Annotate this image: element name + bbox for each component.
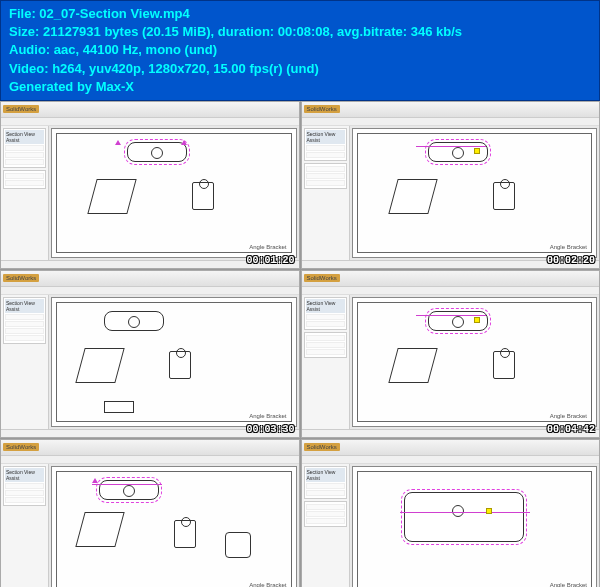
drawing-canvas: Angle Bracket [51, 297, 297, 427]
timestamp: 00:03:30 [246, 424, 294, 435]
part-section-view [225, 532, 251, 558]
panel-title: Section View Assist [5, 468, 44, 482]
panel-title: Section View Assist [306, 468, 345, 482]
titlebar: SolidWorks [302, 440, 600, 456]
menubar [1, 287, 299, 295]
app-title: SolidWorks [304, 443, 340, 451]
sheet-label: Angle Bracket [249, 413, 286, 419]
app-title: SolidWorks [3, 443, 39, 451]
part-top-view [404, 492, 524, 542]
video-label: Video: [9, 61, 49, 76]
titlebar: SolidWorks [302, 271, 600, 287]
panel-title: Section View Assist [5, 299, 44, 313]
size-value: 21127931 bytes (20.15 MiB), duration: 00… [43, 24, 462, 39]
titlebar: SolidWorks [1, 271, 299, 287]
part-top-view [104, 311, 164, 331]
app-title: SolidWorks [3, 274, 39, 282]
thumbnail-2[interactable]: SolidWorks Section View Assist Angle Bra… [301, 101, 601, 269]
section-cut-line [416, 146, 486, 147]
thumbnail-5[interactable]: SolidWorks Section View Assist Angle Bra [0, 439, 300, 587]
part-bracket-view [87, 179, 136, 214]
video-value: h264, yuv420p, 1280x720, 15.00 fps(r) (u… [52, 61, 319, 76]
timestamp: 00:04:42 [547, 424, 595, 435]
file-line: File: 02_07-Section View.mp4 [9, 5, 591, 23]
part-extra-view [104, 401, 134, 413]
part-side-view [169, 351, 191, 379]
titlebar: SolidWorks [302, 102, 600, 118]
titlebar: SolidWorks [1, 440, 299, 456]
size-label: Size: [9, 24, 39, 39]
thumbnail-4[interactable]: SolidWorks Section View Assist Angle Bra… [301, 270, 601, 438]
sheet-label: Angle Bracket [249, 244, 286, 250]
drawing-canvas: Angle Bracket [352, 297, 598, 427]
part-bracket-view [76, 348, 125, 383]
panel-title: Section View Assist [306, 299, 345, 313]
app-title: SolidWorks [304, 105, 340, 113]
size-line: Size: 21127931 bytes (20.15 MiB), durati… [9, 23, 591, 41]
app-title: SolidWorks [304, 274, 340, 282]
part-bracket-view [388, 348, 437, 383]
thumbnail-6[interactable]: SolidWorks Section View Assist Angle Bra… [301, 439, 601, 587]
property-panel: Section View Assist [302, 464, 350, 587]
media-info-header: File: 02_07-Section View.mp4 Size: 21127… [0, 0, 600, 101]
thumbnail-3[interactable]: SolidWorks Section View Assist Angle Bra… [0, 270, 300, 438]
origin-marker-icon [474, 148, 480, 154]
menubar [1, 456, 299, 464]
drawing-canvas: Angle Bracket [51, 128, 297, 258]
menubar [1, 118, 299, 126]
part-side-view [174, 520, 196, 548]
origin-marker-icon [474, 317, 480, 323]
thumbnail-grid: SolidWorks Section View Assist Angle Bra… [0, 101, 600, 587]
drawing-canvas: Angle Bracket [352, 466, 598, 587]
titlebar: SolidWorks [1, 102, 299, 118]
drawing-canvas: Angle Bracket [51, 466, 297, 587]
file-label: File: [9, 6, 36, 21]
timestamp: 00:01:20 [246, 255, 294, 266]
app-title: SolidWorks [3, 105, 39, 113]
audio-label: Audio: [9, 42, 50, 57]
section-arrow-icon [115, 140, 121, 145]
part-top-view [127, 142, 187, 162]
section-cut-line [400, 512, 530, 513]
file-value: 02_07-Section View.mp4 [39, 6, 189, 21]
part-bracket-view [76, 512, 125, 547]
property-panel: Section View Assist [1, 295, 49, 429]
sheet-label: Angle Bracket [550, 582, 587, 587]
audio-value: aac, 44100 Hz, mono (und) [54, 42, 217, 57]
panel-title: Section View Assist [306, 130, 345, 144]
section-cut-line [416, 315, 486, 316]
property-panel: Section View Assist [1, 464, 49, 587]
section-cut-line [92, 484, 162, 485]
menubar [302, 287, 600, 295]
video-line: Video: h264, yuv420p, 1280x720, 15.00 fp… [9, 60, 591, 78]
sheet-label: Angle Bracket [550, 244, 587, 250]
thumbnail-1[interactable]: SolidWorks Section View Assist Angle Bra… [0, 101, 300, 269]
menubar [302, 456, 600, 464]
panel-title: Section View Assist [5, 130, 44, 144]
sheet-label: Angle Bracket [550, 413, 587, 419]
section-arrow-icon [92, 478, 98, 483]
drawing-canvas: Angle Bracket [352, 128, 598, 258]
origin-marker-icon [486, 508, 492, 514]
audio-line: Audio: aac, 44100 Hz, mono (und) [9, 41, 591, 59]
part-top-view [99, 480, 159, 500]
timestamp: 00:02:20 [547, 255, 595, 266]
part-bracket-view [388, 179, 437, 214]
generated-line: Generated by Max-X [9, 78, 591, 96]
sheet-label: Angle Bracket [249, 582, 286, 587]
section-arrow-icon [181, 140, 187, 145]
menubar [302, 118, 600, 126]
part-side-view [493, 182, 515, 210]
part-side-view [192, 182, 214, 210]
property-panel: Section View Assist [1, 126, 49, 260]
part-side-view [493, 351, 515, 379]
property-panel: Section View Assist [302, 295, 350, 429]
property-panel: Section View Assist [302, 126, 350, 260]
